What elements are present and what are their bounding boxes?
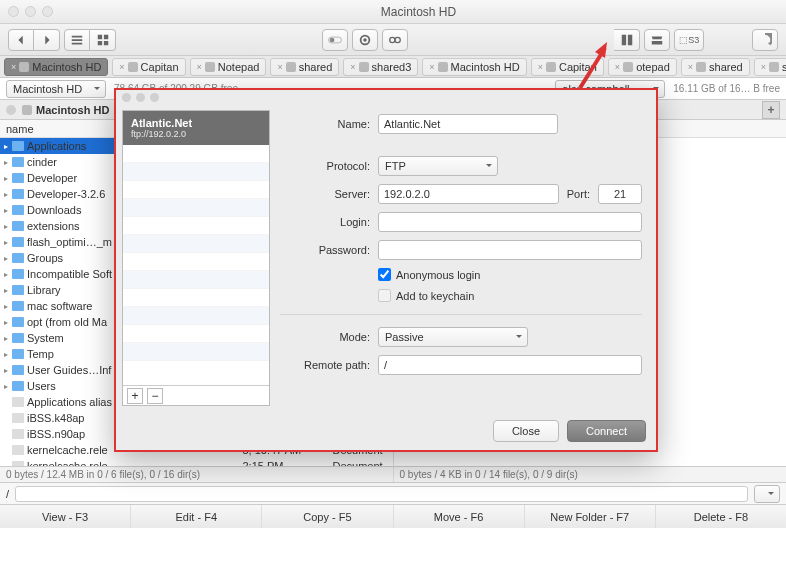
left-volume-select[interactable]: Macintosh HD (6, 80, 106, 98)
fkey-button[interactable]: Copy - F5 (262, 505, 393, 528)
back-button[interactable] (8, 29, 34, 51)
svg-point-3 (363, 38, 367, 42)
port-field[interactable] (598, 184, 642, 204)
close-button[interactable]: Close (493, 420, 559, 442)
anonymous-checkbox[interactable]: Anonymous login (378, 268, 480, 281)
fkey-button[interactable]: Delete - F8 (656, 505, 786, 528)
disclosure-icon[interactable]: ▸ (4, 174, 12, 183)
fkey-button[interactable]: Edit - F4 (131, 505, 262, 528)
tab-close-icon[interactable]: × (350, 62, 355, 72)
login-label: Login: (280, 216, 370, 228)
dialog-min-icon[interactable] (136, 93, 145, 102)
tab[interactable]: ×otepad (608, 58, 677, 76)
tab[interactable]: ×Capitan (531, 58, 604, 76)
dialog-close-icon[interactable] (122, 93, 131, 102)
disclosure-icon[interactable]: ▸ (4, 270, 12, 279)
cmd-history-select[interactable] (754, 485, 780, 503)
add-server-button[interactable]: + (127, 388, 143, 404)
disclosure-icon[interactable]: ▸ (4, 334, 12, 343)
dialog-zoom-icon[interactable] (150, 93, 159, 102)
tab[interactable]: ×Notepad (190, 58, 267, 76)
toggle-button[interactable] (322, 29, 348, 51)
tab[interactable]: ×shared3 (343, 58, 418, 76)
table-row[interactable]: kernelcache.rele2:15 PMDocument (0, 458, 393, 466)
disclosure-icon[interactable]: ▸ (4, 366, 12, 375)
dual-pane-button[interactable] (614, 29, 640, 51)
disclosure-icon[interactable]: ▸ (4, 238, 12, 247)
tab[interactable]: ×Capitan (112, 58, 185, 76)
disclosure-icon[interactable]: ▸ (4, 190, 12, 199)
tab[interactable]: ×shared3 (754, 58, 786, 76)
disk-icon (128, 62, 138, 72)
password-field[interactable] (378, 240, 642, 260)
view-grid-button[interactable] (90, 29, 116, 51)
tab[interactable]: ×Macintosh HD (422, 58, 526, 76)
port-label: Port: (567, 188, 590, 200)
tab-close-icon[interactable]: × (197, 62, 202, 72)
disclosure-icon[interactable]: ▸ (4, 286, 12, 295)
disclosure-icon[interactable]: ▸ (4, 382, 12, 391)
disclosure-icon[interactable]: ▸ (4, 142, 12, 151)
mode-select[interactable]: Passive (378, 327, 528, 347)
anonymous-checkbox-input[interactable] (378, 268, 391, 281)
forward-button[interactable] (34, 29, 60, 51)
connect-server-button[interactable] (644, 29, 670, 51)
folder-icon (12, 333, 24, 343)
connect-button[interactable]: Connect (567, 420, 646, 442)
preview-button[interactable] (352, 29, 378, 51)
s3-button[interactable]: ⬚S3 (674, 29, 704, 51)
tab-label: shared (709, 61, 743, 73)
traffic-lights (8, 6, 53, 17)
disclosure-icon[interactable]: ▸ (4, 254, 12, 263)
disclosure-icon[interactable]: ▸ (4, 222, 12, 231)
file-icon (12, 397, 24, 407)
sync-button[interactable] (752, 29, 778, 51)
tab[interactable]: ×shared (270, 58, 339, 76)
tab-close-icon[interactable]: × (11, 62, 16, 72)
table-row[interactable] (394, 458, 787, 466)
keychain-checkbox-input (378, 289, 391, 302)
tab-close-icon[interactable]: × (615, 62, 620, 72)
tab-close-icon[interactable]: × (761, 62, 766, 72)
close-window-icon[interactable] (8, 6, 19, 17)
tab-close-icon[interactable]: × (429, 62, 434, 72)
disclosure-icon[interactable]: ▸ (4, 206, 12, 215)
fkey-button[interactable]: Move - F6 (394, 505, 525, 528)
protocol-select[interactable]: FTP (378, 156, 498, 176)
connection-form: Name: Protocol: FTP Server: Port: Login:… (280, 110, 650, 406)
remove-server-button[interactable]: − (147, 388, 163, 404)
server-field[interactable] (378, 184, 559, 204)
tab-close-icon[interactable]: × (277, 62, 282, 72)
tab[interactable]: ×shared (681, 58, 750, 76)
disclosure-icon[interactable]: ▸ (4, 158, 12, 167)
disclosure-icon[interactable]: ▸ (4, 350, 12, 359)
fkey-button[interactable]: View - F3 (0, 505, 131, 528)
tab-label: shared3 (782, 61, 786, 73)
tab-label: Macintosh HD (32, 61, 101, 73)
tab-close-icon[interactable]: × (538, 62, 543, 72)
disk-icon (546, 62, 556, 72)
zoom-window-icon[interactable] (42, 6, 53, 17)
add-tab-button[interactable]: + (762, 101, 780, 119)
view-list-button[interactable] (64, 29, 90, 51)
close-icon[interactable] (6, 105, 16, 115)
cmd-input[interactable] (15, 486, 748, 502)
tab-close-icon[interactable]: × (119, 62, 124, 72)
folder-icon (12, 365, 24, 375)
fkey-button[interactable]: New Folder - F7 (525, 505, 656, 528)
disclosure-icon[interactable]: ▸ (4, 318, 12, 327)
folder-icon (12, 269, 24, 279)
disclosure-icon[interactable]: ▸ (4, 302, 12, 311)
disk-icon (623, 62, 633, 72)
login-field[interactable] (378, 212, 642, 232)
command-line: / (0, 482, 786, 504)
keychain-checkbox: Add to keychain (378, 289, 474, 302)
minimize-window-icon[interactable] (25, 6, 36, 17)
server-list-item[interactable]: Atlantic.Net ftp://192.0.2.0 (123, 111, 269, 145)
dialog-titlebar (116, 90, 656, 104)
hidden-files-button[interactable] (382, 29, 408, 51)
remote-field[interactable] (378, 355, 642, 375)
tab-close-icon[interactable]: × (688, 62, 693, 72)
name-field[interactable] (378, 114, 558, 134)
tab[interactable]: ×Macintosh HD (4, 58, 108, 76)
